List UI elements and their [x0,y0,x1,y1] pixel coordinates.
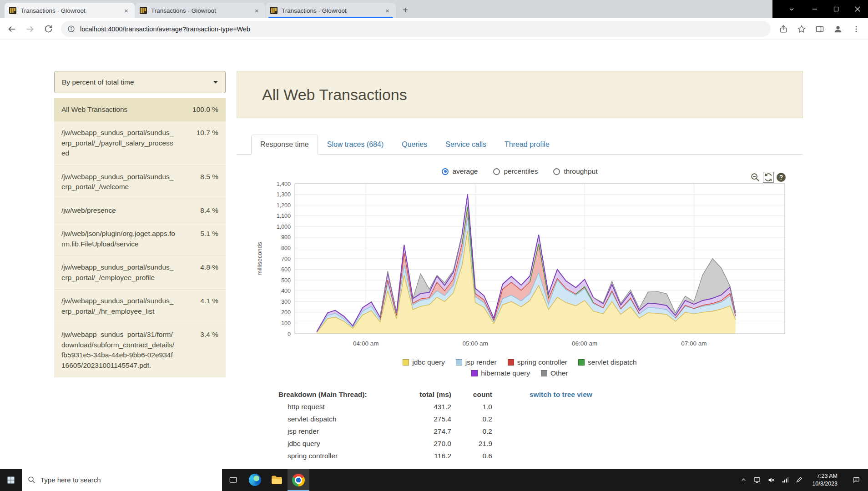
transaction-row-all[interactable]: All Web Transactions 100.0 % [54,98,226,121]
tab-close-icon[interactable]: × [122,7,130,15]
clock-date: 10/3/2023 [812,480,838,488]
browser-tab-3[interactable]: Transactions · Glowroot × [266,3,396,18]
transaction-percent: 3.4 % [200,330,218,371]
url-text[interactable]: localhost:4000/transaction/average?trans… [80,25,250,33]
legend-swatch [578,359,585,366]
browser-toolbar: localhost:4000/transaction/average?trans… [0,18,868,40]
bookmark-star-button[interactable] [792,20,811,38]
transaction-name: /jw/web/presence [61,205,175,215]
tab-close-icon[interactable]: × [384,7,391,15]
transaction-row[interactable]: /jw/web/json/plugin/org.joget.apps.form.… [54,222,226,256]
tray-pen-icon[interactable] [796,476,802,483]
switch-to-tree-view-link[interactable]: switch to tree view [530,388,592,462]
svg-text:06:00 am: 06:00 am [572,340,597,347]
tab-strip: Transactions · Glowroot × Transactions ·… [0,0,868,18]
transaction-sidebar: By percent of total time All Web Transac… [54,71,226,377]
taskbar-clock[interactable]: 7:23 AM 10/3/2023 [809,472,840,488]
transaction-row[interactable]: /jw/webapp_sundus_portal/sundus_erp_port… [54,256,226,289]
transaction-percent: 8.5 % [200,172,218,192]
windows-taskbar: 7:23 AM 10/3/2023 [0,469,868,491]
profile-avatar[interactable] [829,20,847,38]
radio-label: throughput [564,167,597,175]
svg-text:04:00 am: 04:00 am [353,340,378,347]
tab-search-chevron-icon[interactable] [783,0,800,18]
refresh-icon[interactable] [763,172,774,183]
address-bar[interactable]: localhost:4000/transaction/average?trans… [61,21,771,37]
breakdown-total: 274.7 [392,425,451,437]
file-explorer-taskbar-icon[interactable] [266,469,288,491]
svg-text:400: 400 [281,288,291,294]
legend-hibernate-query: hibernate query [471,369,530,377]
tab-queries[interactable]: Queries [393,135,436,155]
close-window-button[interactable] [847,0,868,18]
system-tray: 7:23 AM 10/3/2023 [741,469,868,491]
tab-service-calls[interactable]: Service calls [436,135,495,155]
browser-tab-2[interactable]: Transactions · Glowroot × [135,3,265,18]
tray-display-icon[interactable] [753,476,761,484]
taskbar-search[interactable] [22,469,222,491]
svg-text:300: 300 [281,299,291,305]
edge-icon [249,474,261,486]
tray-chevron-up-icon[interactable] [741,477,747,483]
task-view-button[interactable] [222,469,244,491]
tab-slow-traces[interactable]: Slow traces (684) [318,135,393,155]
glowroot-favicon-icon [9,7,16,14]
breakdown-title: Breakdown (Main Thread): [278,388,392,401]
legend-jsp-render: jsp render [456,358,497,366]
legend-row-1: jdbc query jsp render spring controller … [237,358,803,366]
transaction-percent: 4.8 % [200,262,218,283]
response-time-chart[interactable]: 01002003004005006007008009001,0001,1001,… [237,177,803,354]
radio-label: average [452,167,478,175]
reload-button[interactable] [39,20,57,38]
breakdown-row: servlet dispatch 275.4 0.2 [278,413,492,425]
tray-volume-muted-icon[interactable] [767,476,775,484]
tab-close-icon[interactable]: × [253,7,261,15]
tray-network-icon[interactable] [782,476,789,484]
legend-spring-controller: spring controller [508,358,567,366]
help-icon[interactable]: ? [777,173,786,182]
new-tab-button[interactable]: + [399,4,412,16]
legend-label: jdbc query [412,358,445,366]
menu-kebab-button[interactable] [847,20,865,38]
transaction-row[interactable]: /jw/webapp_sundus_portal/sundus_erp_port… [54,121,226,165]
chrome-taskbar-icon[interactable] [288,469,309,491]
site-info-icon[interactable] [67,25,75,33]
radio-throughput[interactable]: throughput [553,167,597,175]
transaction-row[interactable]: /jw/web/presence 8.4 % [54,199,226,222]
forward-button[interactable] [21,20,39,38]
zoom-out-icon[interactable] [750,172,760,182]
radio-percentiles[interactable]: percentiles [493,167,538,175]
search-input[interactable] [40,476,216,484]
edge-taskbar-icon[interactable] [244,469,266,491]
panel-header: All Web Transactions [237,71,803,118]
back-button[interactable] [3,20,21,38]
sort-dropdown[interactable]: By percent of total time [54,71,226,93]
side-panel-button[interactable] [811,20,829,38]
glowroot-favicon-icon [270,7,278,14]
radio-icon [442,168,449,175]
start-button[interactable] [0,469,22,491]
tab-thread-profile[interactable]: Thread profile [495,135,559,155]
transaction-percent: 100.0 % [192,105,218,115]
transaction-name: /jw/web/json/plugin/org.joget.apps.form.… [61,229,175,249]
tab-response-time[interactable]: Response time [251,135,318,155]
breakdown-total: 270.0 [392,437,451,450]
maximize-button[interactable] [825,0,847,18]
svg-text:07:00 am: 07:00 am [681,340,707,347]
action-center-button[interactable] [847,476,865,484]
minimize-button[interactable] [804,0,825,18]
breakdown-total: 116.2 [392,450,451,462]
transaction-name: /jw/webapp_sundus_portal/sundus_erp_port… [61,128,175,158]
breakdown-count: 0.2 [451,413,492,425]
transaction-row[interactable]: /jw/webapp_sundus_portal/sundus_erp_port… [54,289,226,323]
transaction-row[interactable]: /jw/webapp_sundus_portal/31/form/downloa… [54,323,226,377]
chart-toolbar: ? [750,172,786,183]
radio-icon [553,168,560,175]
breakdown-row: http request 431.2 1.0 [278,401,492,413]
transaction-row[interactable]: /jw/webapp_sundus_portal/sundus_erp_port… [54,165,226,199]
transaction-name: /jw/webapp_sundus_portal/sundus_erp_port… [61,296,175,316]
browser-tab-1[interactable]: Transactions · Glowroot × [5,3,135,18]
radio-average[interactable]: average [442,167,478,175]
chrome-icon [292,474,305,486]
share-button[interactable] [774,20,792,38]
